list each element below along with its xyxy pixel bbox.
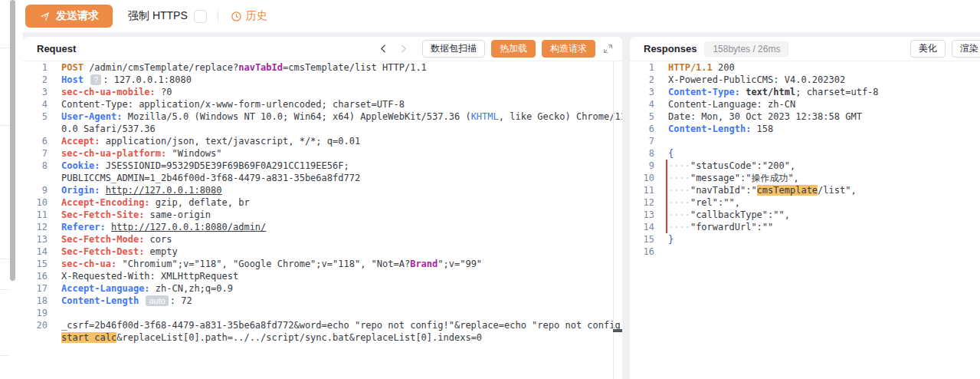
line-number: 1 xyxy=(23,61,57,74)
line-number: 9 xyxy=(630,160,664,172)
code-line: 15} xyxy=(630,233,980,246)
response-panel-title: Responses xyxy=(644,43,696,54)
code-line: 4Content-Language: zh-CN xyxy=(630,98,980,110)
clock-icon xyxy=(231,11,242,22)
response-panel: Responses 158bytes / 26ms 美化 渲染 1HTTP/1.… xyxy=(630,37,980,379)
history-label: 历史 xyxy=(246,9,267,23)
force-https-checkbox[interactable] xyxy=(194,10,207,23)
send-request-label: 发送请求 xyxy=(56,9,99,23)
code-line: 3Content-Type: text/html; charset=utf-8 xyxy=(630,86,980,98)
build-request-button[interactable]: 构造请求 xyxy=(542,40,595,58)
rail-divider xyxy=(0,48,9,48)
code-line: 12Referer: http://127.0.0.1:8080/admin/ xyxy=(23,221,622,233)
line-number: 13 xyxy=(630,209,664,221)
rail-divider xyxy=(0,355,9,356)
line-number: 3 xyxy=(630,86,664,98)
response-size-time-badge: 158bytes / 26ms xyxy=(704,41,788,57)
app-window: 发送请求 强制 HTTPS 历史 Request 数据包扫描 热加载 构 xyxy=(0,0,980,379)
line-number: 6 xyxy=(630,123,664,135)
json-change-indicator-bar xyxy=(666,160,667,233)
line-number: 17 xyxy=(23,282,57,295)
line-number: 15 xyxy=(23,258,57,270)
code-line: 1HTTP/1.1 200 xyxy=(630,61,980,74)
inline-widget-badge[interactable]: ? xyxy=(90,74,101,85)
line-number: 14 xyxy=(23,246,57,258)
line-number: 16 xyxy=(630,246,664,258)
line-number xyxy=(23,123,57,135)
code-line: 12····"rel":"", xyxy=(630,196,980,209)
line-number: 3 xyxy=(23,86,57,98)
line-number: 12 xyxy=(630,196,664,209)
line-number: 9 xyxy=(23,184,57,196)
code-line: 5Date: Mon, 30 Oct 2023 12:38:58 GMT xyxy=(630,110,980,123)
packet-scan-button[interactable]: 数据包扫描 xyxy=(422,40,485,58)
request-panel-title: Request xyxy=(37,43,76,54)
code-line: start calc&replaceList[0].path=../../scr… xyxy=(23,331,622,344)
line-number: 4 xyxy=(630,98,664,110)
render-button[interactable]: 渲染 xyxy=(952,40,980,58)
line-number: 13 xyxy=(23,233,57,246)
code-line: 9····"statusCode":"200", xyxy=(630,160,980,172)
code-line: 10Accept-Encoding: gzip, deflate, br xyxy=(23,196,622,209)
line-number: 14 xyxy=(630,221,664,233)
history-button[interactable]: 历史 xyxy=(231,9,267,23)
line-number: 15 xyxy=(630,233,664,246)
fullscreen-icon[interactable] xyxy=(603,44,613,54)
code-line: 7 xyxy=(630,135,980,147)
line-number: 10 xyxy=(630,172,664,184)
code-line: 17Accept-Language: zh-CN,zh;q=0.9 xyxy=(23,282,622,295)
code-line: 11Sec-Fetch-Site: same-origin xyxy=(23,209,622,221)
line-number: 4 xyxy=(23,98,57,110)
code-line: 18Content-Length auto: 72 xyxy=(23,295,622,307)
code-line: 4Content-Type: application/x-www-form-ur… xyxy=(23,98,622,110)
inline-widget-badge[interactable]: auto xyxy=(146,295,168,306)
line-number: 11 xyxy=(630,184,664,196)
line-number: 10 xyxy=(23,196,57,209)
code-line: 5User-Agent: Mozilla/5.0 (Windows NT 10.… xyxy=(23,110,622,123)
sidebar-scrollbar-thumb[interactable] xyxy=(10,0,15,281)
send-request-button[interactable]: 发送请求 xyxy=(25,5,113,28)
code-line: 20_csrf=2b46f00d-3f68-4479-a831-35be6a8f… xyxy=(23,319,622,331)
request-panel: Request 数据包扫描 热加载 构造请求 1POST /admin/cmsT… xyxy=(23,37,622,379)
line-number: 5 xyxy=(630,110,664,123)
history-next-button[interactable] xyxy=(396,42,410,56)
line-number: 8 xyxy=(23,160,57,172)
code-line: 14····"forwardUrl":"" xyxy=(630,221,980,233)
rail-divider xyxy=(0,289,9,290)
request-panel-header: Request 数据包扫描 热加载 构造请求 xyxy=(23,37,622,61)
line-number: 5 xyxy=(23,110,57,123)
line-number: 8 xyxy=(630,147,664,160)
code-line: 6Content-Length: 158 xyxy=(630,123,980,135)
code-line: 13····"callbackType":"", xyxy=(630,209,980,221)
line-number: 16 xyxy=(23,270,57,282)
request-editor[interactable]: 1POST /admin/cmsTemplate/replace?navTabI… xyxy=(23,61,622,379)
code-line: 7sec-ch-ua-platform: "Windows" xyxy=(23,147,622,160)
code-line: 3sec-ch-ua-mobile: ?0 xyxy=(23,86,622,98)
code-line: 16X-Requested-With: XMLHttpRequest xyxy=(23,270,622,282)
code-line: 15sec-ch-ua: "Chromium";v="118", "Google… xyxy=(23,258,622,270)
code-line: 9Origin: http://127.0.0.1:8080 xyxy=(23,184,622,196)
line-number: 18 xyxy=(23,295,57,307)
line-number: 19 xyxy=(23,307,57,319)
code-line: 19 xyxy=(23,307,622,319)
code-line: 0.0 Safari/537.36 xyxy=(23,123,622,135)
line-number: 12 xyxy=(23,221,57,233)
request-scrollbar-thumb[interactable] xyxy=(613,329,622,332)
left-sidebar-edge xyxy=(0,0,23,379)
line-number: 11 xyxy=(23,209,57,221)
line-number: 7 xyxy=(630,135,664,147)
code-line: 8{ xyxy=(630,147,980,160)
history-prev-button[interactable] xyxy=(376,42,390,56)
code-line: 1POST /admin/cmsTemplate/replace?navTabI… xyxy=(23,61,622,74)
toolbar-divider xyxy=(218,10,218,22)
code-line: 6Accept: application/json, text/javascri… xyxy=(23,135,622,147)
beautify-button[interactable]: 美化 xyxy=(910,40,946,58)
line-number: 2 xyxy=(630,74,664,86)
response-editor[interactable]: 1HTTP/1.1 2002X-Powered-PublicCMS: V4.0.… xyxy=(630,61,980,379)
line-number: 20 xyxy=(23,319,57,331)
code-line: 16 xyxy=(630,246,980,258)
rail-divider xyxy=(0,125,9,126)
toolbar: 发送请求 强制 HTTPS 历史 xyxy=(0,0,980,32)
rail-divider xyxy=(0,259,9,259)
hot-reload-button[interactable]: 热加载 xyxy=(491,40,536,58)
